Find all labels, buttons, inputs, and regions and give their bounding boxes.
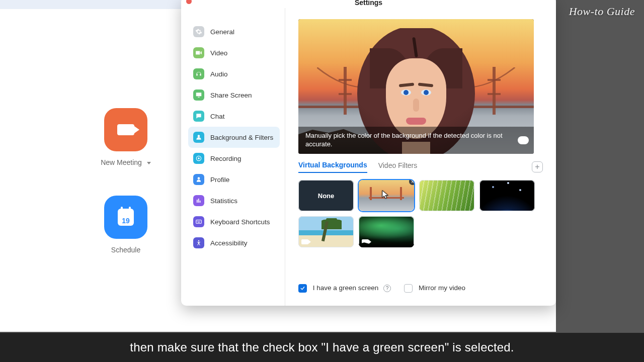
watermark: How-to Guide <box>569 5 635 18</box>
bg-thumb-bridge[interactable]: × <box>359 180 414 211</box>
sidebar-label: Share Screen <box>210 92 252 99</box>
sidebar-item-accessibility[interactable]: Accessibility <box>188 232 280 253</box>
sidebar-item-keyboard-shortcuts[interactable]: Keyboard Shortcuts <box>188 211 280 232</box>
accessibility-icon <box>193 237 204 248</box>
bg-thumb-earth[interactable] <box>479 180 535 211</box>
green-screen-label: I have a green screen <box>313 284 379 292</box>
close-window-button[interactable] <box>186 0 192 4</box>
svg-point-1 <box>198 157 200 159</box>
mirror-checkbox[interactable] <box>404 284 413 293</box>
profile-icon <box>193 174 204 185</box>
record-icon <box>193 153 204 164</box>
sidebar-item-video[interactable]: Video <box>188 42 280 63</box>
settings-footer: I have a green screen ? Mirror my video <box>298 277 543 301</box>
green-screen-option[interactable]: I have a green screen ? <box>298 284 391 293</box>
home-panel: New Meeting 19 Schedule <box>70 108 181 254</box>
chevron-down-icon <box>147 162 151 164</box>
new-meeting-tile[interactable] <box>104 108 147 151</box>
new-meeting-text: New Meeting <box>101 158 142 166</box>
preview-tip-text: Manually pick the color of the backgroun… <box>305 132 503 148</box>
video-icon <box>193 47 204 58</box>
headphones-icon <box>193 68 204 79</box>
settings-sidebar: General Video Audio Share Screen Chat <box>181 8 285 306</box>
mirror-option[interactable]: Mirror my video <box>404 284 465 293</box>
video-badge-icon <box>362 239 369 244</box>
sidebar-item-background-filters[interactable]: Background & Filters <box>188 127 280 148</box>
sidebar-label: Statistics <box>210 197 237 205</box>
chat-icon <box>193 111 204 122</box>
svg-point-3 <box>198 240 199 241</box>
sidebar-item-statistics[interactable]: Statistics <box>188 190 280 211</box>
share-screen-icon <box>193 89 204 101</box>
sidebar-label: Recording <box>210 155 242 162</box>
video-badge-icon <box>301 239 308 244</box>
sidebar-label: Audio <box>210 70 228 78</box>
svg-rect-2 <box>196 220 202 224</box>
schedule-tile[interactable]: 19 <box>104 196 147 239</box>
mirror-label: Mirror my video <box>419 284 465 292</box>
sidebar-item-chat[interactable]: Chat <box>188 106 280 127</box>
add-background-button[interactable]: + <box>532 161 543 172</box>
sidebar-item-profile[interactable]: Profile <box>188 169 280 190</box>
sidebar-item-recording[interactable]: Recording <box>188 148 280 169</box>
bg-thumb-grass[interactable] <box>419 180 474 211</box>
new-meeting-label[interactable]: New Meeting <box>70 158 181 166</box>
bg-thumb-beach[interactable] <box>298 216 354 247</box>
sidebar-item-audio[interactable]: Audio <box>188 63 280 84</box>
tab-virtual-backgrounds[interactable]: Virtual Backgrounds <box>298 161 367 173</box>
calendar-icon: 19 <box>118 209 134 226</box>
color-picker-icon[interactable] <box>518 136 529 144</box>
video-camera-icon <box>117 124 134 135</box>
settings-window: Settings General Video Audio Share S <box>181 0 556 306</box>
background-thumbnails: None × <box>298 180 540 247</box>
sidebar-label: Chat <box>210 113 225 120</box>
bg-tabs: Virtual Backgrounds Video Filters + <box>298 161 543 173</box>
video-preview: Manually pick the color of the backgroun… <box>298 19 534 154</box>
sidebar-item-general[interactable]: General <box>188 21 280 42</box>
sidebar-label: Video <box>210 49 227 57</box>
palm-icon <box>321 218 342 229</box>
help-icon[interactable]: ? <box>383 285 391 292</box>
settings-header: Settings <box>181 0 556 8</box>
bg-thumb-none[interactable]: None <box>298 180 354 211</box>
schedule-label[interactable]: Schedule <box>70 246 181 254</box>
sidebar-label: General <box>210 28 234 36</box>
calendar-day: 19 <box>122 217 130 225</box>
sidebar-label: Profile <box>210 176 229 184</box>
green-screen-checkbox[interactable] <box>298 284 307 293</box>
remove-bg-button[interactable]: × <box>409 180 414 185</box>
statistics-icon <box>193 195 204 206</box>
keyboard-icon <box>193 216 204 227</box>
settings-content: Manually pick the color of the backgroun… <box>285 8 556 306</box>
sidebar-item-share-screen[interactable]: Share Screen <box>188 84 280 106</box>
bg-thumb-aurora[interactable] <box>359 216 414 247</box>
bg-thumb-none-label: None <box>318 192 335 200</box>
settings-title: Settings <box>355 0 382 7</box>
gear-icon <box>193 26 204 37</box>
sidebar-label: Keyboard Shortcuts <box>210 218 270 226</box>
cursor-icon <box>382 190 389 199</box>
tab-video-filters[interactable]: Video Filters <box>378 161 418 172</box>
sidebar-label: Accessibility <box>210 239 248 247</box>
background-icon <box>193 132 204 143</box>
video-caption: then make sure that the check box "I hav… <box>0 333 644 362</box>
sidebar-label: Background & Filters <box>210 134 273 141</box>
preview-tip: Manually pick the color of the backgroun… <box>298 127 534 154</box>
